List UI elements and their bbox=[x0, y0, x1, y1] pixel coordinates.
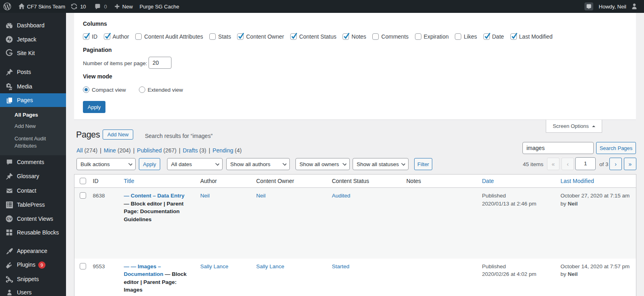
svg-text:CV: CV bbox=[7, 217, 12, 221]
